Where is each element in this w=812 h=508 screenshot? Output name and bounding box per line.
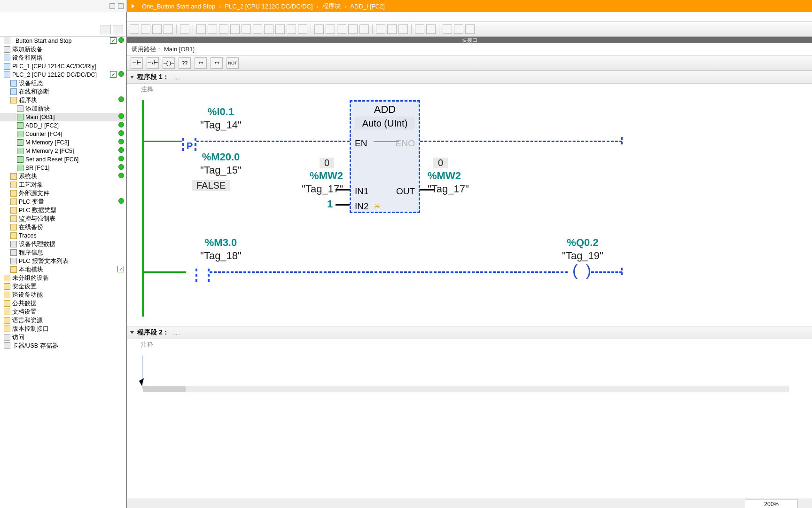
toolbar-btn[interactable] — [208, 24, 217, 34]
tree-item[interactable]: 在线备份 — [0, 223, 126, 231]
toolbar-btn[interactable] — [264, 24, 273, 34]
tree-item[interactable]: 访问 — [0, 333, 126, 341]
tree-item[interactable]: 本地模块 — [0, 265, 126, 274]
toolbar-btn[interactable] — [465, 24, 475, 34]
tree-item[interactable]: 外部源文件 — [0, 189, 126, 198]
toolbar-btn[interactable] — [152, 24, 162, 34]
breadcrumb-device[interactable]: PLC_2 [CPU 1212C DC/DC/DC] — [225, 3, 312, 10]
tree-item[interactable]: 未分组的设备 — [0, 274, 126, 282]
tree-item[interactable]: 在线和诊断 — [0, 87, 126, 96]
collapse-triangle-icon[interactable] — [130, 331, 134, 334]
lad-nc-contact-icon[interactable]: ⊣/⊢ — [147, 57, 159, 69]
add-block[interactable]: ADD Auto (UInt) EN ENO IN1 OUT IN2 ✳ — [350, 100, 420, 213]
tree-item[interactable]: M Memory [FC3] — [0, 138, 126, 147]
contact1-address[interactable]: %I0.1 — [164, 106, 277, 118]
tree-item[interactable]: 设备和网络 — [0, 54, 126, 62]
toolbar-btn[interactable] — [141, 24, 150, 34]
add-block-type[interactable]: Auto (UInt) — [355, 117, 415, 130]
breadcrumb-block[interactable]: ADD_I [FC2] — [350, 3, 385, 10]
toolbar-btn[interactable] — [426, 24, 436, 34]
breadcrumb-project[interactable]: One_Button Start and Stop — [142, 3, 215, 10]
toolbar-btn[interactable] — [415, 24, 424, 34]
toolbar-btn[interactable] — [275, 24, 285, 34]
coil-tagname[interactable]: "Tag_19" — [536, 250, 630, 262]
lad-branch-open-icon[interactable]: ↦ — [195, 57, 207, 69]
in2-literal[interactable]: 1 — [327, 198, 333, 210]
network-1-comment[interactable]: 注释 — [127, 84, 812, 95]
edge-mem-address[interactable]: %M20.0 — [164, 151, 277, 163]
scrollbar-thumb[interactable] — [143, 386, 186, 392]
tree-item[interactable]: SR [FC1] — [0, 164, 126, 172]
toolbar-btn[interactable] — [287, 24, 296, 34]
tree-item[interactable]: 系统块 — [0, 172, 126, 181]
horizontal-scrollbar[interactable] — [143, 386, 789, 392]
tree-item[interactable]: Counter [FC4] — [0, 130, 126, 138]
toolbar-btn[interactable] — [348, 24, 358, 34]
call-path-value[interactable]: Main [OB1] — [164, 46, 195, 53]
tree-item[interactable]: _Button Start and Stop — [0, 37, 126, 45]
lad-not-icon[interactable]: NOT — [226, 57, 239, 69]
tree-item[interactable]: 版本控制接口 — [0, 325, 126, 333]
toolbar-btn[interactable] — [376, 24, 385, 34]
contact2-address[interactable]: %M3.0 — [164, 237, 277, 249]
out-tagname[interactable]: "Tag_17" — [428, 183, 493, 195]
toolbar-btn[interactable] — [242, 24, 251, 34]
block-interface-bar[interactable]: 块接口 — [127, 37, 812, 43]
tree-item[interactable]: 程序块 — [0, 96, 126, 104]
tree-item[interactable]: PLC_1 [CPU 1214C AC/DC/Rly] — [0, 62, 126, 71]
breadcrumb[interactable]: One_Button Start and Stop › PLC_2 [CPU 1… — [127, 0, 812, 12]
sidebar-view-tool-2[interactable] — [113, 25, 123, 34]
tree-item[interactable]: 安全设置 — [0, 282, 126, 291]
project-tree[interactable]: _Button Start and Stop添加新设备设备和网络PLC_1 [C… — [0, 37, 126, 508]
sidebar-tool-2[interactable] — [118, 3, 124, 9]
tree-item[interactable]: 语言和资源 — [0, 316, 126, 325]
tree-item[interactable]: 工艺对象 — [0, 181, 126, 189]
output-coil[interactable]: () — [572, 264, 591, 283]
toolbar-btn[interactable] — [359, 24, 369, 34]
network-1-header[interactable]: 程序段 1： … — [127, 71, 812, 84]
toolbar-btn[interactable] — [298, 24, 307, 34]
lad-coil-icon[interactable]: –( )– — [163, 57, 175, 69]
tree-item[interactable]: PLC 数据类型 — [0, 206, 126, 214]
sidebar-view-tool-1[interactable] — [101, 25, 111, 34]
tree-item[interactable]: 公共数据 — [0, 299, 126, 308]
network-2-header[interactable]: 程序段 2： … — [127, 326, 812, 339]
tree-item[interactable]: M Memory 2 [FC5] — [0, 147, 126, 155]
coil-address[interactable]: %Q0.2 — [536, 237, 630, 249]
tree-item[interactable]: PLC 变量 — [0, 198, 126, 206]
toolbar-btn[interactable] — [387, 24, 397, 34]
lad-branch-close-icon[interactable]: ↤ — [211, 57, 223, 69]
tree-item[interactable]: Traces — [0, 231, 126, 240]
tree-item[interactable]: Set and Reset [FC6] — [0, 155, 126, 164]
tree-item[interactable]: 监控与强制表 — [0, 214, 126, 223]
lad-no-contact-icon[interactable]: ⊣⊢ — [131, 57, 143, 69]
toolbar-btn[interactable] — [180, 24, 189, 34]
toolbar-btn[interactable] — [164, 24, 173, 34]
tree-item[interactable]: ADD_I [FC2] — [0, 121, 126, 130]
networks-area[interactable]: 程序段 1： … 注释 %I0.1 "Tag_14" P — [127, 71, 812, 499]
zoom-level[interactable]: 200% — [745, 500, 798, 508]
collapse-triangle-icon[interactable] — [130, 76, 134, 79]
toolbar-btn[interactable] — [130, 24, 139, 34]
toolbar-btn[interactable] — [314, 24, 324, 34]
p-contact[interactable]: P — [182, 129, 196, 151]
toolbar-btn[interactable] — [230, 24, 240, 34]
tree-item[interactable]: 添加新设备 — [0, 45, 126, 54]
out-address[interactable]: %MW2 — [428, 170, 493, 182]
toolbar-btn[interactable] — [454, 24, 463, 34]
network-1-canvas[interactable]: %I0.1 "Tag_14" P %M20.0 "Tag_15" FALSE A… — [127, 95, 812, 326]
tree-item[interactable]: Main [OB1] — [0, 113, 126, 121]
breadcrumb-back-icon[interactable] — [132, 4, 136, 8]
network-2-comment[interactable]: 注释 — [127, 339, 812, 351]
toolbar-btn[interactable] — [253, 24, 262, 34]
contact2-tagname[interactable]: "Tag_18" — [164, 250, 277, 262]
toolbar-btn[interactable] — [337, 24, 346, 34]
no-contact[interactable] — [195, 260, 210, 282]
tree-item[interactable]: 文档设置 — [0, 308, 126, 316]
toolbar-btn[interactable] — [196, 24, 206, 34]
toolbar-btn[interactable] — [219, 24, 228, 34]
tree-item[interactable]: PLC 报警文本列表 — [0, 257, 126, 265]
toolbar-btn[interactable] — [443, 24, 452, 34]
in1-tagname[interactable]: "Tag_17" — [282, 183, 343, 195]
network-2-canvas[interactable] — [127, 351, 812, 403]
